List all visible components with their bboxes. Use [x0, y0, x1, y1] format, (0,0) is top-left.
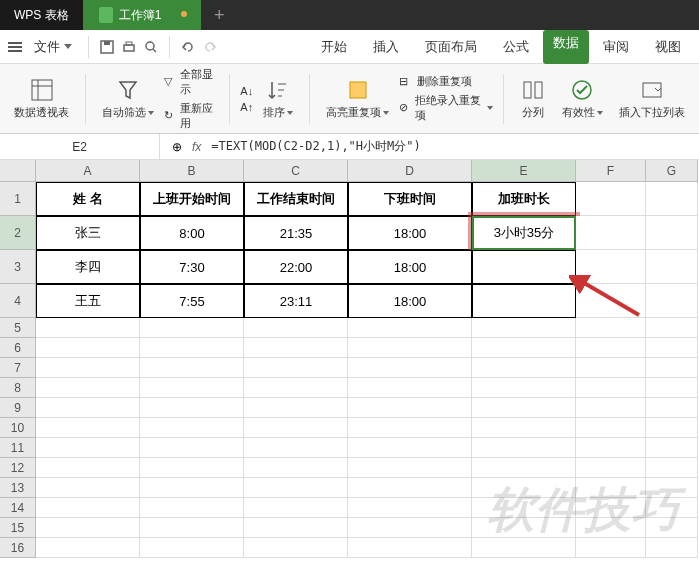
cell[interactable]: 18:00: [348, 284, 472, 318]
cell[interactable]: [646, 284, 698, 318]
cell[interactable]: [244, 438, 348, 458]
cell[interactable]: [576, 418, 646, 438]
cell[interactable]: [36, 458, 140, 478]
split-button[interactable]: 分列: [514, 75, 552, 122]
cell[interactable]: [472, 318, 576, 338]
cell[interactable]: [646, 438, 698, 458]
cell[interactable]: [472, 498, 576, 518]
reapply-button[interactable]: ↻重新应用: [164, 101, 220, 131]
cell[interactable]: 王五: [36, 284, 140, 318]
cell[interactable]: [472, 250, 576, 284]
file-menu[interactable]: 文件: [26, 34, 80, 60]
hamburger-icon[interactable]: [6, 38, 24, 56]
cell[interactable]: [244, 378, 348, 398]
col-header-A[interactable]: A: [36, 160, 140, 182]
tab-start[interactable]: 开始: [309, 30, 359, 64]
cell[interactable]: 18:00: [348, 216, 472, 250]
tab-view[interactable]: 视图: [643, 30, 693, 64]
cell[interactable]: [576, 318, 646, 338]
cell[interactable]: [244, 458, 348, 478]
row-header-3[interactable]: 3: [0, 250, 36, 284]
show-all-button[interactable]: ▽全部显示: [164, 67, 220, 97]
cell[interactable]: [36, 358, 140, 378]
select-all-corner[interactable]: [0, 160, 36, 182]
cell[interactable]: [646, 250, 698, 284]
row-header-9[interactable]: 9: [0, 398, 36, 418]
cell[interactable]: 上班开始时间: [140, 182, 244, 216]
cell[interactable]: 7:30: [140, 250, 244, 284]
sort-button[interactable]: 排序: [257, 75, 299, 122]
cell[interactable]: [348, 398, 472, 418]
cell[interactable]: [244, 338, 348, 358]
cell[interactable]: [646, 418, 698, 438]
cell[interactable]: [36, 438, 140, 458]
col-header-F[interactable]: F: [576, 160, 646, 182]
cell[interactable]: [576, 378, 646, 398]
tab-review[interactable]: 审阅: [591, 30, 641, 64]
tab-layout[interactable]: 页面布局: [413, 30, 489, 64]
zoom-icon[interactable]: ⊕: [172, 140, 182, 154]
cell[interactable]: [646, 318, 698, 338]
cell[interactable]: 3小时35分: [472, 216, 576, 250]
row-header-13[interactable]: 13: [0, 478, 36, 498]
cell[interactable]: [244, 518, 348, 538]
cell[interactable]: [472, 478, 576, 498]
cell[interactable]: 18:00: [348, 250, 472, 284]
cell[interactable]: [576, 250, 646, 284]
cell[interactable]: 工作结束时间: [244, 182, 348, 216]
cell[interactable]: [348, 338, 472, 358]
row-header-11[interactable]: 11: [0, 438, 36, 458]
col-header-E[interactable]: E: [472, 160, 576, 182]
cell[interactable]: [348, 378, 472, 398]
cell[interactable]: [36, 518, 140, 538]
validation-button[interactable]: 有效性: [556, 75, 609, 122]
cell[interactable]: [576, 478, 646, 498]
col-header-C[interactable]: C: [244, 160, 348, 182]
pivot-table-button[interactable]: 数据透视表: [8, 75, 75, 122]
undo-icon[interactable]: [178, 37, 198, 57]
fx-icon[interactable]: fx: [192, 140, 201, 154]
cell[interactable]: [348, 478, 472, 498]
cell[interactable]: [348, 498, 472, 518]
cell[interactable]: 7:55: [140, 284, 244, 318]
cell[interactable]: [576, 438, 646, 458]
cell[interactable]: [472, 438, 576, 458]
cell[interactable]: [576, 284, 646, 318]
cell[interactable]: [576, 358, 646, 378]
cell[interactable]: [576, 182, 646, 216]
cell[interactable]: [36, 338, 140, 358]
autofilter-button[interactable]: 自动筛选: [96, 75, 160, 122]
cell[interactable]: [472, 518, 576, 538]
cell[interactable]: [36, 398, 140, 418]
cell[interactable]: [140, 338, 244, 358]
cell[interactable]: [348, 358, 472, 378]
cell[interactable]: 21:35: [244, 216, 348, 250]
cell[interactable]: [36, 318, 140, 338]
cell[interactable]: [36, 418, 140, 438]
cell[interactable]: 张三: [36, 216, 140, 250]
cell[interactable]: 22:00: [244, 250, 348, 284]
cell[interactable]: [576, 216, 646, 250]
cell[interactable]: [472, 284, 576, 318]
cell[interactable]: [472, 458, 576, 478]
cell[interactable]: [140, 478, 244, 498]
cell[interactable]: [244, 398, 348, 418]
tab-data[interactable]: 数据: [543, 30, 589, 64]
cell[interactable]: [348, 438, 472, 458]
row-header-16[interactable]: 16: [0, 538, 36, 558]
sort-asc-icon[interactable]: A↓: [240, 85, 253, 97]
sort-desc-icon[interactable]: A↑: [240, 101, 253, 113]
cell[interactable]: 姓 名: [36, 182, 140, 216]
cell[interactable]: [576, 338, 646, 358]
cell[interactable]: [646, 498, 698, 518]
cell[interactable]: [646, 358, 698, 378]
cell[interactable]: [472, 358, 576, 378]
cell[interactable]: [244, 318, 348, 338]
insert-dropdown-button[interactable]: 插入下拉列表: [613, 75, 691, 122]
cell[interactable]: [140, 418, 244, 438]
cell[interactable]: [244, 538, 348, 558]
cell[interactable]: [348, 418, 472, 438]
highlight-dup-button[interactable]: 高亮重复项: [320, 75, 395, 122]
name-box[interactable]: E2: [0, 134, 160, 159]
row-header-12[interactable]: 12: [0, 458, 36, 478]
